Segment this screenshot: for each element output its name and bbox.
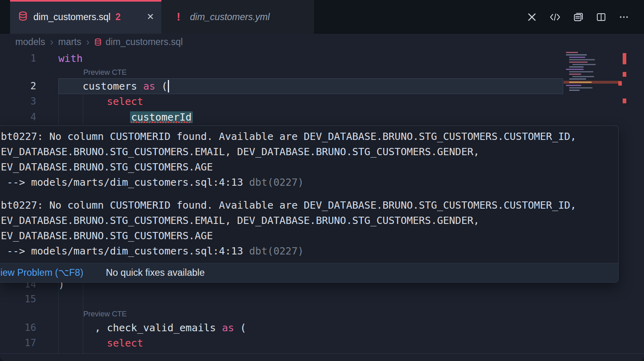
database-icon [18,11,28,23]
code-line[interactable]: 3 select [0,94,564,109]
line-number: 3 [0,94,36,109]
code-token: select [58,96,143,107]
minimap-line [569,78,586,80]
diagnostic-message: bt0227: No column CUSTOMERID found. Avai… [1,129,614,190]
minimap-line [566,85,581,86]
copy-table-icon[interactable] [573,11,584,23]
code-token: as [143,80,155,92]
breadcrumb-marts[interactable]: marts [58,37,81,47]
codelens-preview-cte[interactable]: Preview CTE [83,309,127,319]
overview-ruler-error-mark [623,98,626,103]
tab-label: dim_customers.yml [190,12,270,23]
hover-action-bar: iew Problem (⌥F8) No quick fixes availab… [0,263,618,282]
tab-bar: dim_customers.sql 2 ✕ ! dim_customers.ym… [0,0,644,34]
view-problem-link[interactable]: iew Problem (⌥F8) [0,263,83,282]
minimap-line [572,76,594,77]
code-line[interactable]: 17 select [0,335,564,351]
indent-guide [83,283,83,354]
editor-actions [526,0,630,34]
diagnostic-line: bt0227: No column CUSTOMERID found. Avai… [1,129,614,144]
diagnostic-line: EV_DATABASE.BRUNO.STG_CUSTOMERS.EMAIL, D… [1,213,614,228]
diagnostic-code: dbt(0227) [249,176,303,188]
split-editor-icon[interactable] [596,12,607,23]
code-text: with [58,51,83,66]
diagnostic-line: EV_DATABASE.BRUNO.STG_CUSTOMERS.EMAIL, D… [1,144,614,160]
tab-problem-badge: 2 [116,12,121,23]
minimap-line [566,52,578,53]
close-icon[interactable]: ✕ [147,12,154,22]
x-icon[interactable] [526,12,537,23]
code-token: select [58,337,143,349]
codelens-preview-cte[interactable]: Preview CTE [83,67,127,78]
error-indicator-icon: ! [177,11,180,23]
overview-ruler-error-mark [623,53,626,64]
diagnostic-location: --> models/marts/dim_customers.sql:4:13 [1,176,243,188]
line-number: 16 [0,320,36,336]
chevron-right-icon: › [86,36,89,48]
indent-guide [83,94,83,125]
code-line[interactable]: 16 , check_valid_emails as ( [0,320,564,336]
code-icon[interactable] [549,12,561,23]
code-text: customerId [58,109,192,125]
line-number: 15 [0,291,36,307]
minimap-line [572,64,596,65]
active-tab-accent [10,0,161,2]
text-cursor [168,80,169,92]
code-token: with [58,53,83,64]
minimap-line [566,54,587,55]
tab-label: dim_customers.sql [33,12,111,23]
code-line[interactable]: 2 customers as ( [0,78,564,94]
code-line[interactable]: 15 [0,291,564,307]
code-text: select [58,94,143,109]
minimap-line [569,57,585,58]
error-hover-popup: bt0227: No column CUSTOMERID found. Avai… [0,125,619,283]
breadcrumb-models[interactable]: models [15,37,45,47]
indent-guide [58,94,59,125]
minimap-line [569,87,592,88]
code-token: ( [155,80,167,92]
diagnostic-location-line: --> models/marts/dim_customers.sql:4:13d… [1,175,614,190]
diagnostic-code: dbt(0227) [249,245,303,257]
minimap-error-badge [618,81,622,86]
tab-dim-customers-sql[interactable]: dim_customers.sql 2 ✕ [10,0,161,34]
window-bottom-edge [0,353,644,354]
minimap-line [569,82,592,83]
code-line[interactable]: 1 with [0,51,564,66]
more-actions-icon[interactable] [618,12,630,23]
diagnostic-location: --> models/marts/dim_customers.sql:4:13 [1,245,243,257]
diagnostic-location-line: --> models/marts/dim_customers.sql:4:13d… [1,244,614,259]
breadcrumb-file[interactable]: dim_customers.sql [105,37,183,47]
diagnostic-message: bt0227: No column CUSTOMERID found. Avai… [1,198,614,259]
minimap-line [569,71,593,72]
editor-window: dim_customers.sql 2 ✕ ! dim_customers.ym… [0,0,644,361]
chevron-right-icon: › [50,36,53,48]
error-token-customerid[interactable]: customerId [130,111,193,123]
code-text: select [58,335,143,351]
code-text: , check_valid_emails as ( [58,320,246,336]
overview-ruler-error-mark [623,72,626,77]
code-token: customers [58,80,143,92]
overview-ruler[interactable] [622,50,628,354]
code-text: customers as ( [58,78,167,94]
line-number: 1 [0,51,36,66]
minimap-line [569,66,584,68]
tab-dim-customers-yml[interactable]: ! dim_customers.yml [161,0,314,34]
minimap-line [569,59,595,60]
code-token: as [222,322,234,334]
minimap-line [569,90,580,91]
line-number: 2 [0,78,36,94]
minimap[interactable] [564,51,621,93]
line-number: 17 [0,335,36,351]
breadcrumb: models › marts › dim_customers.sql [0,34,644,50]
code-line[interactable]: 4 customerId [0,109,564,125]
database-icon [94,37,102,48]
code-token [58,111,131,123]
line-number: 4 [0,109,36,125]
diagnostic-line: EV_DATABASE.BRUNO.STG_CUSTOMERS.AGE [1,228,614,244]
diagnostic-line: EV_DATABASE.BRUNO.STG_CUSTOMERS.AGE [1,160,614,175]
no-quick-fixes-text: No quick fixes available [106,263,205,282]
minimap-line [566,69,584,70]
diagnostic-line: bt0227: No column CUSTOMERID found. Avai… [1,198,614,213]
code-token: ( [234,322,246,334]
indent-guide [58,283,59,354]
